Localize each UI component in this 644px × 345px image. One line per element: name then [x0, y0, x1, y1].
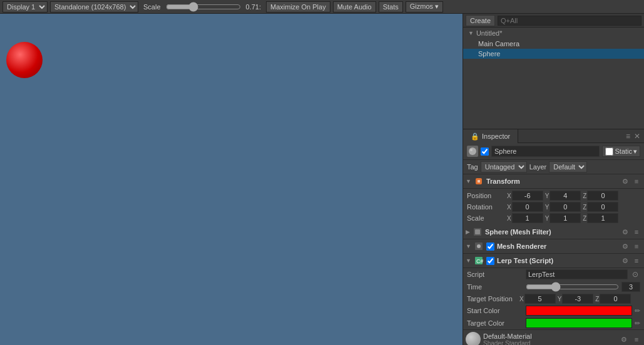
- red-sphere: [6, 42, 43, 78]
- hierarchy-create-button[interactable]: Create: [466, 15, 495, 26]
- mesh-renderer-enabled-checkbox[interactable]: [486, 242, 494, 251]
- lerp-script-enabled-checkbox[interactable]: [486, 257, 494, 265]
- gizmos-button[interactable]: Gizmos ▾: [406, 1, 443, 12]
- target-color-row: Target Color ✏: [463, 317, 644, 329]
- rotation-x-input[interactable]: [512, 202, 543, 212]
- start-color-swatch[interactable]: [526, 306, 632, 316]
- mute-audio-button[interactable]: Mute Audio: [333, 1, 376, 12]
- mesh-renderer-title: Mesh Renderer: [497, 242, 618, 250]
- svg-point-1: [470, 149, 473, 151]
- target-pos-x-input[interactable]: [524, 294, 556, 304]
- position-y-input[interactable]: [549, 191, 581, 201]
- object-enabled-checkbox[interactable]: [481, 148, 489, 156]
- tag-layer-row: Tag Untagged Layer Default: [463, 160, 644, 174]
- target-position-xyz: X Y Z: [518, 294, 640, 304]
- mesh-filter-header[interactable]: ▶ Sphere (Mesh Filter) ⚙ ≡: [463, 225, 644, 239]
- inspector-tab-actions: ≡ ✕: [625, 132, 644, 141]
- rotation-z-input[interactable]: [587, 202, 618, 212]
- scale-x-input[interactable]: [512, 213, 543, 223]
- transform-component-icon: [474, 176, 484, 186]
- inspector-close-button[interactable]: ✕: [633, 132, 641, 141]
- transform-menu-button[interactable]: ≡: [631, 176, 641, 186]
- sphere-icon-svg: [468, 147, 477, 156]
- rotation-label: Rotation: [467, 203, 504, 211]
- target-position-label: Target Position: [467, 295, 517, 302]
- target-pos-z-input[interactable]: [600, 294, 631, 304]
- inspector-tab[interactable]: 🔒 Inspector: [463, 129, 518, 143]
- transform-header[interactable]: ▼ Transform ⚙ ≡: [463, 174, 644, 189]
- material-shader: Shader Standard: [483, 340, 616, 346]
- top-toolbar: Display 1 Standalone (1024x768) Scale 0.…: [0, 0, 644, 14]
- position-x-group: X: [506, 191, 543, 201]
- target-pos-x-axis: X: [519, 296, 524, 302]
- position-xyz: X Y Z: [506, 191, 640, 201]
- stats-button[interactable]: Stats: [379, 1, 403, 12]
- maximize-on-play-button[interactable]: Maximize On Play: [266, 1, 330, 12]
- shader-value: Standard: [505, 340, 531, 346]
- resolution-select[interactable]: Standalone (1024x768): [50, 1, 138, 12]
- lerp-script-menu-button[interactable]: ≡: [631, 256, 641, 266]
- start-color-edit-button[interactable]: ✏: [635, 307, 640, 315]
- display-select[interactable]: Display 1: [3, 1, 48, 12]
- mesh-renderer-header[interactable]: ▼ Mesh Renderer ⚙ ≡: [463, 239, 644, 254]
- lerp-script-settings-button[interactable]: ⚙: [620, 256, 630, 266]
- static-checkbox[interactable]: [605, 148, 613, 156]
- target-pos-y-axis: Y: [558, 296, 562, 302]
- mesh-renderer-collapse-icon: ▼: [466, 243, 471, 249]
- mesh-renderer-settings-button[interactable]: ⚙: [620, 241, 630, 251]
- time-value-input[interactable]: [621, 282, 640, 292]
- time-slider[interactable]: [526, 283, 619, 291]
- lerp-script-enabled-label[interactable]: [486, 257, 494, 265]
- target-pos-y-input[interactable]: [562, 294, 593, 304]
- mesh-filter-collapse-icon: ▶: [466, 229, 470, 235]
- tag-label: Tag: [467, 163, 478, 171]
- rotation-row: Rotation X Y Z: [463, 201, 644, 212]
- target-color-swatch[interactable]: [526, 318, 632, 328]
- object-name-input[interactable]: [491, 146, 600, 157]
- transform-actions: ⚙ ≡: [620, 176, 641, 186]
- mesh-renderer-menu-button[interactable]: ≡: [631, 241, 641, 251]
- object-header: Static ▾: [463, 143, 644, 160]
- scene-name-label: Untitled*: [476, 29, 503, 37]
- mesh-renderer-enabled-label[interactable]: [486, 242, 494, 251]
- layer-select[interactable]: Default: [549, 161, 587, 172]
- position-row: Position X Y Z: [463, 190, 644, 201]
- rotation-y-group: Y: [544, 202, 581, 212]
- material-menu-button[interactable]: ≡: [631, 334, 641, 344]
- hierarchy-item-main-camera[interactable]: Main Camera: [463, 39, 644, 49]
- hierarchy-item-sphere[interactable]: Sphere: [463, 49, 644, 59]
- rotation-z-axis: Z: [583, 204, 586, 211]
- position-x-input[interactable]: [512, 191, 543, 201]
- transform-settings-button[interactable]: ⚙: [620, 176, 630, 186]
- mesh-filter-menu-button[interactable]: ≡: [631, 227, 641, 237]
- inspector-menu-button[interactable]: ≡: [625, 132, 631, 141]
- material-name: Default-Material: [483, 332, 616, 340]
- target-pos-z-group: Z: [594, 294, 631, 304]
- transform-fields: Position X Y Z: [463, 189, 644, 225]
- transform-title: Transform: [486, 178, 618, 185]
- scale-y-input[interactable]: [549, 213, 581, 223]
- mesh-filter-settings-button[interactable]: ⚙: [620, 227, 630, 237]
- rotation-y-input[interactable]: [549, 202, 581, 212]
- script-field-input[interactable]: [526, 269, 628, 279]
- start-color-row: Start Color ✏: [463, 304, 644, 317]
- material-settings-button[interactable]: ⚙: [619, 334, 629, 344]
- static-button[interactable]: Static ▾: [602, 146, 640, 157]
- position-z-input[interactable]: [587, 191, 618, 201]
- position-x-axis: X: [507, 192, 511, 199]
- lerp-script-header[interactable]: ▼ C# Lerp Test (Script) ⚙ ≡: [463, 254, 644, 268]
- svg-point-0: [469, 148, 476, 155]
- static-dropdown-icon[interactable]: ▾: [633, 148, 637, 156]
- inspector-tab-label: Inspector: [482, 129, 510, 143]
- script-field-picker-button[interactable]: ⊙: [630, 269, 640, 279]
- material-row: Default-Material Shader Standard ⚙ ≡: [463, 329, 644, 345]
- hierarchy-search-input[interactable]: [498, 16, 641, 26]
- material-info: Default-Material Shader Standard: [483, 332, 616, 346]
- scale-z-input[interactable]: [587, 213, 618, 223]
- scene-item[interactable]: ▼ Untitled*: [463, 28, 644, 39]
- scale-slider[interactable]: [166, 2, 241, 12]
- tag-select[interactable]: Untagged: [481, 161, 527, 172]
- game-view[interactable]: [0, 14, 463, 345]
- object-enabled-checkbox-label[interactable]: [481, 148, 489, 156]
- target-color-edit-button[interactable]: ✏: [635, 319, 640, 328]
